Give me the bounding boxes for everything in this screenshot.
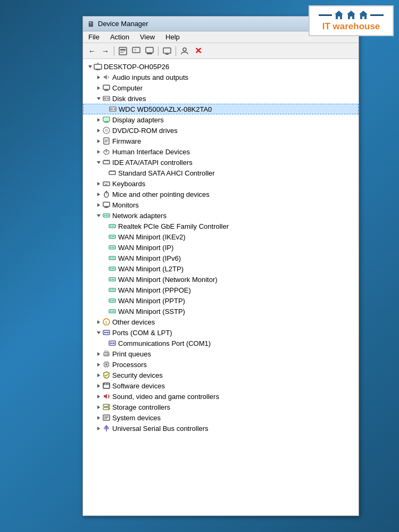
expand-btn-disk[interactable] — [95, 95, 102, 102]
item-icon-network — [102, 211, 111, 220]
svg-marker-115 — [97, 320, 100, 324]
tree-item-port1[interactable]: Communications Port (COM1) — [83, 338, 359, 348]
expand-btn-ide[interactable] — [95, 159, 102, 166]
menu-help[interactable]: Help — [160, 32, 185, 42]
tree-item-other[interactable]: !Other devices — [83, 317, 359, 327]
expand-btn-network[interactable] — [95, 212, 102, 219]
expand-btn-system[interactable] — [95, 414, 102, 421]
tree-item-system[interactable]: System devices — [83, 412, 359, 423]
expand-btn-computer[interactable] — [95, 84, 102, 92]
tree-item-nic2[interactable]: WAN Miniport (IKEv2) — [83, 231, 359, 242]
svg-point-31 — [114, 109, 115, 110]
tree-item-disk1[interactable]: WDC WD5000AZLX-08K2TA0 — [83, 104, 359, 114]
tree-item-nic5[interactable]: WAN Miniport (L2TP) — [83, 263, 359, 274]
svg-rect-30 — [110, 108, 113, 110]
svg-point-122 — [107, 332, 109, 334]
tree-item-hid[interactable]: Human Interface Devices — [83, 146, 359, 157]
scan-button[interactable] — [144, 45, 155, 57]
tree-item-proc[interactable]: Processors — [83, 359, 359, 370]
tree-item-nic8[interactable]: WAN Miniport (PPTP) — [83, 295, 359, 306]
user-button[interactable] — [179, 45, 190, 57]
svg-rect-108 — [110, 300, 111, 301]
tree-item-network[interactable]: Network adapters — [83, 210, 359, 221]
forward-button[interactable]: → — [99, 45, 111, 57]
properties-button[interactable] — [117, 45, 129, 57]
item-label-mice: Mice and other pointing devices — [112, 190, 210, 198]
svg-marker-161 — [97, 427, 100, 430]
toolbar-sep-2 — [158, 46, 159, 56]
item-label-computer: Computer — [112, 84, 143, 92]
tree-item-audio[interactable]: Audio inputs and outputs — [83, 72, 359, 82]
expand-btn-monitors[interactable] — [95, 201, 102, 209]
expand-btn-usb[interactable] — [95, 425, 102, 432]
expand-btn-hid[interactable] — [95, 148, 102, 155]
tree-item-dvd[interactable]: DVD/CD-ROM drives — [83, 125, 359, 136]
tree-item-nic1[interactable]: Realtek PCIe GbE Family Controller — [83, 221, 359, 231]
tree-item-security[interactable]: Security devices — [83, 370, 359, 380]
back-button[interactable]: ← — [86, 45, 98, 57]
svg-point-69 — [106, 191, 107, 193]
item-label-network: Network adapters — [112, 212, 167, 220]
tree-item-sound[interactable]: Sound, video and game controllers — [83, 391, 359, 402]
tree-item-disk[interactable]: Disk drives — [83, 93, 359, 104]
tree-item-keyboards[interactable]: Keyboards — [83, 178, 359, 189]
tree-item-nic4[interactable]: WAN Miniport (IPv6) — [83, 253, 359, 263]
expand-btn-print[interactable] — [95, 350, 102, 358]
logo-warehouse: warehouse — [330, 21, 380, 31]
expand-btn-keyboards[interactable] — [95, 180, 102, 187]
svg-rect-5 — [120, 51, 126, 51]
item-label-ports: Ports (COM & LPT) — [112, 329, 172, 337]
tree-item-print[interactable]: Print queues — [83, 348, 359, 359]
svg-point-155 — [108, 408, 109, 409]
tree-area[interactable]: DESKTOP-OH05P26Audio inputs and outputsC… — [83, 59, 359, 516]
device-manager-window: 🖥 Device Manager File Action View Help ←… — [82, 16, 359, 516]
item-label-nic4: WAN Miniport (IPv6) — [118, 254, 181, 262]
svg-rect-94 — [113, 257, 114, 259]
tree-item-monitors[interactable]: Monitors — [83, 200, 359, 210]
expand-btn-proc[interactable] — [95, 361, 102, 368]
monitor-button[interactable] — [161, 45, 173, 57]
tree-item-computer[interactable]: Computer — [83, 82, 359, 93]
delete-button[interactable]: ✕ — [192, 45, 204, 57]
expand-btn-root[interactable] — [86, 63, 94, 70]
tree-item-root[interactable]: DESKTOP-OH05P26 — [83, 61, 359, 72]
tree-item-ports[interactable]: Ports (COM & LPT) — [83, 327, 359, 338]
tree-item-nic9[interactable]: WAN Miniport (SSTP) — [83, 306, 359, 317]
item-icon-nic5 — [108, 264, 117, 273]
tree-item-nic6[interactable]: WAN Miniport (Network Monitor) — [83, 274, 359, 285]
expand-btn-storage[interactable] — [95, 403, 102, 411]
svg-marker-74 — [97, 214, 101, 217]
expand-btn-sound[interactable] — [95, 393, 102, 400]
title-bar-text: Device Manager — [98, 20, 148, 28]
item-icon-display — [102, 115, 111, 124]
tree-item-firmware[interactable]: Firmware — [83, 136, 359, 146]
expand-btn-software[interactable] — [95, 382, 102, 389]
logo-line-right — [370, 14, 384, 16]
tree-item-display[interactable]: Display adapters — [83, 114, 359, 125]
expand-btn-audio[interactable] — [95, 73, 102, 81]
svg-rect-55 — [109, 171, 115, 174]
expand-btn-firmware[interactable] — [95, 137, 102, 145]
menu-action[interactable]: Action — [105, 32, 135, 42]
expand-btn-ports[interactable] — [95, 329, 102, 336]
expand-btn-display[interactable] — [95, 116, 102, 123]
update-driver-button[interactable]: ? — [130, 45, 142, 57]
tree-item-nic7[interactable]: WAN Miniport (PPPOE) — [83, 285, 359, 295]
tree-item-storage[interactable]: Storage controllers — [83, 402, 359, 412]
tree-item-ide[interactable]: IDE ATA/ATAPI controllers — [83, 157, 359, 168]
item-icon-software — [102, 381, 111, 390]
menu-file[interactable]: File — [83, 32, 105, 42]
svg-point-28 — [107, 98, 109, 99]
expand-btn-security[interactable] — [95, 371, 102, 379]
expand-btn-other[interactable] — [95, 318, 102, 326]
tree-item-nic3[interactable]: WAN Miniport (IP) — [83, 242, 359, 253]
svg-point-126 — [113, 343, 115, 344]
expand-btn-dvd[interactable] — [95, 127, 102, 134]
tree-item-ide1[interactable]: Standard SATA AHCI Controller — [83, 168, 359, 178]
expand-btn-mice[interactable] — [95, 190, 102, 198]
item-icon-nic6 — [108, 275, 117, 284]
menu-view[interactable]: View — [135, 32, 160, 42]
tree-item-mice[interactable]: Mice and other pointing devices — [83, 189, 359, 200]
tree-item-software[interactable]: Software devices — [83, 380, 359, 391]
tree-item-usb[interactable]: Universal Serial Bus controllers — [83, 423, 359, 434]
